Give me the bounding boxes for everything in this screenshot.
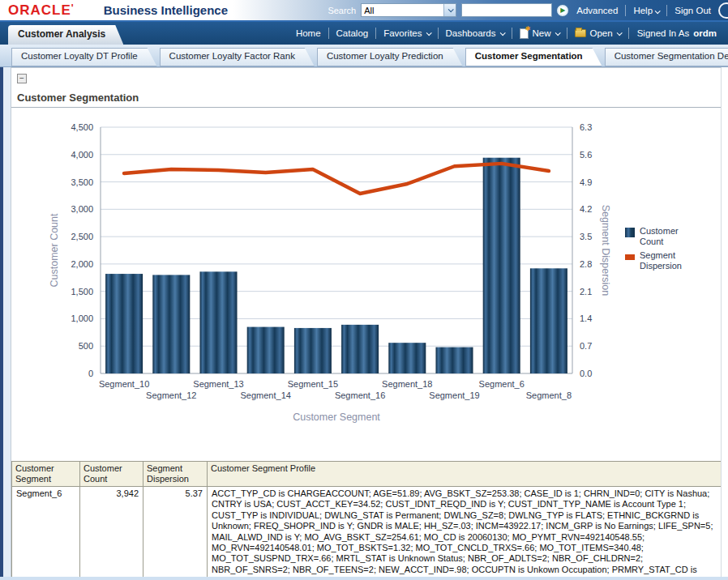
right-axis-tick: 5.6 [580, 150, 592, 160]
table-header-row: Customer Segment Customer Count Segment … [12, 462, 722, 487]
x-axis-label: Segment_14 [241, 390, 291, 400]
bar-segment_15[interactable] [294, 328, 332, 373]
help-menu[interactable]: Help [633, 6, 659, 15]
product-title: Business Intelligence [104, 3, 228, 17]
col-header-customer-segment[interactable]: Customer Segment [12, 462, 80, 487]
tab-customer-loyalty-prediction[interactable]: Customer Loyalty Prediction [317, 48, 463, 66]
x-axis-title: Customer Segment [293, 412, 380, 423]
search-label: Search [328, 6, 356, 15]
bar-segment_16[interactable] [341, 325, 379, 373]
nav-dashboards[interactable]: Dashboards [446, 28, 504, 38]
x-axis-label: Segment_19 [429, 390, 479, 400]
tab-customer-loyalty-dt-profile[interactable]: Customer Loyalty DT Profile [11, 48, 157, 66]
nav-open[interactable]: Open [575, 28, 621, 38]
x-axis-label: Segment_15 [288, 379, 338, 389]
section-title: Customer Segmentation [17, 92, 721, 104]
chevron-down-icon [426, 30, 431, 36]
segment-profile-table: Customer Segment Customer Count Segment … [11, 461, 722, 580]
new-document-icon [520, 28, 529, 39]
right-axis-tick: 3.5 [580, 232, 592, 241]
bar-segment_6[interactable] [483, 158, 520, 373]
bar-segment_19[interactable] [436, 348, 473, 373]
chevron-down-icon[interactable] [443, 4, 456, 16]
bar-segment_10[interactable] [105, 274, 143, 373]
chart-legend: Customer Count Segment Dispersion [625, 226, 696, 275]
left-gutter-strip [3, 67, 11, 580]
x-axis-label: Segment_10 [99, 379, 149, 389]
x-axis-label: Segment_6 [479, 379, 525, 389]
left-axis-tick: 2,000 [71, 259, 93, 269]
bar-segment_13[interactable] [200, 271, 238, 373]
right-axis-tick: 2.8 [580, 259, 592, 269]
sign-out-link[interactable]: Sign Out [674, 6, 711, 15]
nav-home[interactable]: Home [296, 28, 321, 38]
left-axis-tick: 0 [88, 369, 93, 378]
search-go-button[interactable]: ▶ [556, 4, 569, 17]
dashboard-bar: Customer Analysis Home Catalog Favorites… [0, 22, 728, 45]
cut-off-oracle-icon [718, 2, 728, 19]
left-axis-tick: 4,000 [71, 150, 93, 160]
left-axis-tick: 4,500 [71, 122, 93, 132]
tab-customer-segmentation-details[interactable]: Customer Segmentation Details [605, 48, 728, 66]
divider [438, 28, 439, 39]
global-header: ORACLE Business Intelligence Search All … [0, 0, 728, 22]
bar-segment_14[interactable] [247, 327, 285, 373]
col-header-customer-count[interactable]: Customer Count [80, 462, 143, 487]
col-header-segment-dispersion[interactable]: Segment Dispersion [143, 462, 208, 487]
bar-segment_18[interactable] [388, 343, 426, 373]
chevron-down-icon [555, 30, 560, 36]
bar-segment_8[interactable] [530, 268, 567, 373]
dashboard-content: − Customer Segmentation 00.05000.71,0001… [11, 67, 722, 580]
divider [628, 28, 629, 39]
divider [328, 28, 329, 39]
go-arrow-icon: ▶ [560, 7, 565, 14]
chevron-down-icon [499, 30, 505, 36]
right-axis-tick: 0.7 [580, 341, 592, 351]
combo-chart-region: 00.05000.71,0001.41,5002.12,0002.82,5003… [11, 121, 721, 430]
divider [666, 5, 667, 16]
collapse-section-button[interactable]: − [17, 74, 27, 83]
signed-in-user[interactable]: ordm [693, 28, 717, 38]
advanced-link[interactable]: Advanced [576, 6, 618, 15]
oracle-logo: ORACLE [8, 2, 75, 19]
nav-catalog[interactable]: Catalog [336, 28, 369, 38]
right-axis-tick: 4.9 [580, 177, 592, 187]
left-axis-tick: 3,500 [71, 177, 93, 187]
cell-dispersion: 5.37 [143, 487, 208, 580]
nav-favorites[interactable]: Favorites [383, 28, 430, 38]
chevron-down-icon [616, 30, 622, 36]
open-folder-icon [575, 29, 586, 37]
right-axis-tick: 1.4 [580, 313, 592, 323]
divider [375, 28, 376, 39]
legend-item-segment-dispersion[interactable]: Segment Dispersion [625, 250, 696, 271]
tab-customer-segmentation[interactable]: Customer Segmentation [465, 48, 602, 66]
search-scope-select[interactable]: All [361, 3, 456, 17]
signed-in-as: Signed In Asordm [637, 28, 717, 38]
nav-new[interactable]: New [520, 28, 559, 39]
divider [625, 5, 626, 16]
search-scope-value: All [362, 6, 443, 15]
divider [512, 28, 512, 39]
right-axis-title: Segment Dispersion [600, 205, 611, 296]
left-axis-tick: 500 [79, 341, 93, 351]
table-row[interactable]: Segment_6 3,942 5.37 ACCT_TYP_CD is CHAR… [12, 487, 722, 580]
legend-item-customer-count[interactable]: Customer Count [625, 226, 696, 246]
customer-segmentation-chart[interactable]: 00.05000.71,0001.41,5002.12,0002.82,5003… [11, 121, 718, 427]
divider [567, 28, 567, 39]
left-axis-tick: 2,500 [71, 232, 93, 241]
bar-segment_12[interactable] [152, 275, 190, 373]
tab-customer-loyalty-factor-rank[interactable]: Customer Loyalty Factor Rank [160, 48, 315, 66]
x-axis-label: Segment_12 [146, 390, 196, 400]
right-axis-tick: 6.3 [580, 122, 592, 132]
col-header-customer-segment-profile[interactable]: Customer Segment Profile [208, 462, 722, 487]
dashboard-tab-customer-analysis[interactable]: Customer Analysis [8, 25, 123, 45]
page-tabs-bar: Customer Loyalty DT Profile Customer Loy… [0, 45, 728, 67]
search-input[interactable] [461, 3, 552, 17]
bottom-strip [0, 577, 728, 580]
x-axis-label: Segment_18 [382, 379, 432, 389]
right-axis-tick: 2.1 [580, 287, 592, 296]
left-axis-title: Customer Count [49, 213, 60, 288]
left-axis-tick: 1,000 [71, 313, 93, 323]
cell-segment: Segment_6 [12, 487, 80, 580]
right-axis-tick: 4.2 [580, 204, 592, 214]
